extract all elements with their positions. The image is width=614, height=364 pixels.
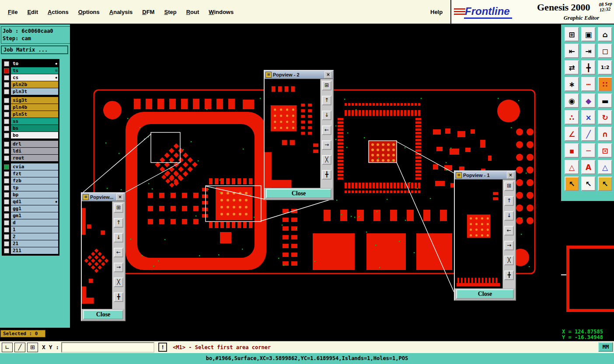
- layer-checkbox-2[interactable]: [4, 234, 9, 239]
- layer-row-pln5t[interactable]: pln5t: [3, 111, 58, 118]
- tool-angle-button[interactable]: ∠: [565, 127, 579, 141]
- layer-row-bo[interactable]: bo: [3, 132, 58, 139]
- popview-tool-pan-up-button[interactable]: ↑: [504, 196, 514, 206]
- layer-checkbox-21[interactable]: [4, 241, 9, 246]
- layer-row-1[interactable]: 1: [3, 226, 58, 233]
- layer-name-qd1[interactable]: qd1◆: [11, 198, 58, 205]
- tool-select-circle-button[interactable]: ◉: [565, 94, 579, 108]
- menu-file[interactable]: File: [8, 9, 17, 15]
- tool-pan-left-button[interactable]: ⇤: [565, 44, 579, 58]
- popview-2-titlebar[interactable]: ⊞ Popview - 2 ×: [265, 71, 333, 79]
- grid-mode-button[interactable]: ⊞: [27, 343, 38, 352]
- popview-3-close-button[interactable]: Close: [83, 310, 123, 319]
- tool-zoom-1-2-button[interactable]: 1:2: [598, 60, 612, 75]
- layer-checkbox-bs[interactable]: [4, 126, 9, 131]
- layer-name-pln2b[interactable]: pln2b: [11, 81, 58, 88]
- job-matrix-button[interactable]: Job Matrix ...: [1, 45, 68, 54]
- layer-checkbox-ts[interactable]: [4, 68, 9, 73]
- popview-3-window[interactable]: ⊞ Popview... × ⊞↑↓←→╳╋ Close: [81, 192, 126, 321]
- layer-checkbox-211[interactable]: [4, 248, 9, 253]
- tool-cursor-add-button[interactable]: ↖: [581, 177, 596, 191]
- popview-tool-zoom-out-button[interactable]: ╳: [114, 277, 123, 287]
- popview-1-close-icon[interactable]: ×: [507, 172, 514, 179]
- tool-rotate-button[interactable]: ↻: [598, 110, 612, 125]
- layer-row-d[interactable]: d: [3, 219, 58, 226]
- layer-row-sig3t[interactable]: sig3t: [3, 97, 58, 104]
- tool-swap-view-button[interactable]: ⇄: [565, 60, 579, 75]
- layer-checkbox-gm1[interactable]: [4, 213, 9, 218]
- main-canvas[interactable]: ⊞ Popview - 2 × ⊞↑↓←→╳╋ Close ⊞: [70, 24, 561, 341]
- tool-screen-button[interactable]: ▣: [581, 27, 596, 42]
- layer-name-to[interactable]: to◆: [11, 60, 58, 67]
- popview-1-window[interactable]: ⊞ Popview - 1 × ⊞↑↓←→╳╋ Close: [454, 170, 516, 301]
- layer-name-gm1[interactable]: gm1: [11, 212, 58, 219]
- layer-checkbox-pln4b[interactable]: [4, 105, 9, 110]
- layer-checkbox-drl[interactable]: [4, 142, 9, 147]
- units-button[interactable]: MM: [598, 342, 613, 352]
- layer-checkbox-pln5t[interactable]: [4, 112, 9, 117]
- layer-checkbox-fzb[interactable]: [4, 178, 9, 184]
- popview-tool-duplicate-button[interactable]: ⊞: [322, 81, 331, 90]
- popview-1-canvas[interactable]: [455, 180, 502, 288]
- layer-checkbox-1[interactable]: [4, 227, 9, 232]
- layer-name-fzt[interactable]: fzt: [11, 170, 58, 177]
- tool-setup-tools-button[interactable]: ∗: [565, 77, 579, 91]
- popview-tool-pan-up-button[interactable]: ↑: [114, 218, 123, 228]
- layer-checkbox-cs[interactable]: [4, 75, 9, 80]
- layer-name-bp[interactable]: bp: [11, 191, 58, 198]
- tool-pad-button[interactable]: ▪: [565, 143, 579, 158]
- layer-name-d[interactable]: d: [11, 219, 58, 226]
- layer-name-pln3t[interactable]: pln3t: [11, 88, 58, 95]
- tool-cursor-select-button[interactable]: ↖: [565, 177, 579, 191]
- tool-triangle-select-button[interactable]: △: [598, 160, 612, 174]
- layer-row-gg1[interactable]: gg1: [3, 205, 58, 212]
- menu-help[interactable]: Help: [430, 9, 443, 15]
- layer-name-2[interactable]: 2: [11, 233, 58, 240]
- tool-arc-button[interactable]: ∩: [598, 127, 612, 141]
- layer-checkbox-pln3t[interactable]: [4, 89, 9, 94]
- layer-name-bs[interactable]: bs: [11, 125, 58, 132]
- popview-tool-zoom-out-button[interactable]: ╳: [322, 155, 331, 165]
- menu-actions[interactable]: Actions: [48, 9, 69, 15]
- layer-name-bo[interactable]: bo: [11, 132, 58, 139]
- overview-pane[interactable]: [561, 201, 614, 329]
- layer-name-ts[interactable]: ts⊞: [11, 67, 58, 74]
- layer-row-21[interactable]: 21: [3, 240, 58, 247]
- layer-name-tp[interactable]: tp: [11, 184, 58, 191]
- tool-snap-grid-button[interactable]: ∷: [598, 77, 612, 91]
- layer-row-pln3t[interactable]: pln3t: [3, 88, 58, 95]
- tool-measure-points-button[interactable]: ┅: [581, 77, 596, 91]
- popview-tool-pan-down-button[interactable]: ↓: [114, 233, 123, 243]
- xy-input[interactable]: [61, 342, 154, 353]
- layer-name-1[interactable]: 1: [11, 226, 58, 233]
- layer-row-211[interactable]: 211: [3, 247, 58, 254]
- layer-name-pln5t[interactable]: pln5t: [11, 111, 58, 118]
- layer-checkbox-cvia[interactable]: [4, 164, 9, 170]
- slope-mode-button[interactable]: ╱: [14, 343, 25, 352]
- layer-checkbox-d[interactable]: [4, 220, 9, 225]
- popview-tool-zoom-center-button[interactable]: ╋: [504, 270, 514, 280]
- tool-clipboard-button[interactable]: ⊞: [565, 27, 579, 42]
- popview-tool-pan-left-button[interactable]: ←: [322, 125, 331, 135]
- popview-3-canvas[interactable]: [82, 201, 112, 309]
- layer-row-fzt[interactable]: fzt: [3, 170, 58, 177]
- menu-rout[interactable]: Rout: [186, 9, 199, 15]
- tool-ruler-button[interactable]: ▬: [598, 94, 612, 108]
- popview-tool-duplicate-button[interactable]: ⊞: [114, 203, 123, 213]
- layer-row-ldi[interactable]: ldi: [3, 148, 58, 154]
- tool-net-points-button[interactable]: ∴: [565, 110, 579, 125]
- layer-row-tp[interactable]: tp: [3, 184, 58, 191]
- layer-name-fzb[interactable]: fzb: [11, 177, 58, 184]
- tool-slope-line-button[interactable]: ╱: [581, 127, 596, 141]
- tool-surface-button[interactable]: ⊡: [598, 143, 612, 158]
- menu-edit[interactable]: Edit: [27, 9, 38, 15]
- popview-2-close-button[interactable]: Close: [266, 189, 331, 198]
- menu-dfm[interactable]: DFM: [142, 9, 154, 15]
- popview-tool-pan-left-button[interactable]: ←: [504, 226, 514, 236]
- layer-row-ss[interactable]: ss: [3, 118, 58, 125]
- popview-tool-zoom-center-button[interactable]: ╋: [114, 292, 123, 302]
- layer-checkbox-to[interactable]: [4, 61, 9, 66]
- layer-row-gm1[interactable]: gm1: [3, 212, 58, 219]
- popview-2-close-icon[interactable]: ×: [324, 71, 332, 78]
- layer-checkbox-qd1[interactable]: [4, 199, 9, 205]
